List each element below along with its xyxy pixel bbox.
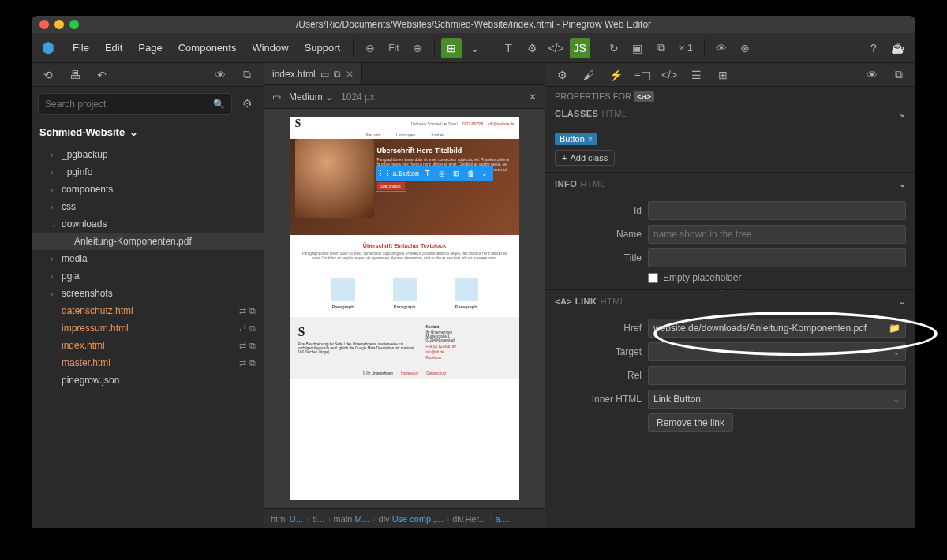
bc-a[interactable]: a.... [495,514,509,524]
bc-main[interactable]: main M... [334,514,369,524]
chevron-icon[interactable]: › [51,272,58,281]
tab-close-icon[interactable]: ✕ [346,69,354,80]
zoom-in-icon[interactable]: ⊕ [407,38,428,58]
clone-icon[interactable]: ⧉ [249,358,256,368]
drag-handle-icon[interactable]: ⋯⋯⋯ [719,287,743,294]
menu-window[interactable]: Window [245,39,294,57]
clone-icon[interactable]: ⧉ [889,65,909,85]
help-icon[interactable]: ? [863,38,884,58]
viewport-size-select[interactable]: Medium ⌄ [289,91,333,103]
viewport-close-icon[interactable]: ✕ [529,91,537,103]
tree-item[interactable]: ›css [32,198,264,215]
chevron-down-icon[interactable]: ⌄ [893,394,900,405]
bc-div1[interactable]: div Use comp.,... [379,514,444,524]
text-tool-icon[interactable]: T̲ [499,38,519,58]
tree-item[interactable]: ⌄downloads [32,215,264,233]
empty-placeholder-check[interactable]: Empty placeholder [648,272,906,283]
target-icon[interactable]: ◎ [436,168,447,179]
zoom-level[interactable]: × 1 [675,43,698,54]
action-icon[interactable]: ⇄ [239,306,246,316]
visibility-icon[interactable]: 👁 [711,38,732,58]
info-header[interactable]: INFO HTML ⌄ [545,173,915,195]
tree-item[interactable]: ›pgia [32,267,264,285]
layout-icon[interactable]: ≡◫ [632,65,653,85]
clone-icon[interactable]: ⧉ [249,306,256,316]
search-input[interactable] [45,99,213,110]
bc-html[interactable]: html U... [271,514,303,524]
menu-support[interactable]: Support [298,39,347,57]
page-preview[interactable]: S Der beste Schmied der Stadt! 0123 4567… [264,109,545,508]
remove-link-button[interactable]: Remove the link [648,413,733,432]
chevron-icon[interactable]: › [51,168,58,177]
drag-handle-icon[interactable]: ⋮⋮ [379,168,390,179]
id-input[interactable] [653,205,900,216]
eye-icon[interactable]: 👁 [862,65,882,85]
more-icon[interactable]: ⌄ [479,168,490,179]
print-icon[interactable]: 🖶 [65,65,85,85]
filter-icon[interactable]: ⚙ [237,93,257,114]
action-icon[interactable]: ⇄ [239,341,246,351]
class-tag-button[interactable]: Button × [555,133,597,145]
tree-item[interactable]: Anleitung-Komponenten.pdf [32,233,264,250]
tree-item[interactable]: master.html⇄⧉ [32,354,264,371]
project-name[interactable]: Schmied-Website ⌄ [32,121,264,143]
title-input[interactable] [653,252,900,263]
tree-item[interactable]: ›screenshots [32,285,264,302]
selected-element[interactable]: ⋮⋮ a.Button T̲ ◎ ⊞ 🗑 ⌄ Link Button [377,182,405,190]
folder-icon[interactable]: 📁 [889,323,900,334]
eye-icon[interactable]: 👁 [210,65,230,85]
empty-placeholder-checkbox[interactable] [648,273,658,283]
chevron-icon[interactable]: › [51,203,58,211]
add-class-button[interactable]: + Add class [555,150,615,166]
component-icon[interactable]: ⊞ [713,65,733,85]
style-icon[interactable]: ⚡ [605,65,626,85]
fit-label[interactable]: Fit [384,43,403,54]
coffee-icon[interactable]: ☕ [887,38,908,58]
link-tool-icon[interactable]: ⚙ [522,38,543,58]
chevron-icon[interactable]: › [51,185,58,194]
tree-item[interactable]: impressum.html⇄⧉ [32,319,264,337]
brush-icon[interactable]: 🖌 [578,65,599,85]
preview-icon[interactable]: ▣ [627,38,648,58]
code-icon[interactable]: </> [659,65,679,85]
inner-html-input[interactable] [653,394,889,405]
chevron-icon[interactable]: › [51,289,58,298]
device-icon[interactable]: ▭ [272,91,281,103]
name-input[interactable] [653,229,900,240]
sliders-icon[interactable]: ⚙ [552,65,572,85]
js-tool-icon[interactable]: JS [570,38,590,58]
clone-icon[interactable]: ⧉ [249,323,256,334]
collapse-icon[interactable]: ⟲ [38,65,58,85]
rel-input[interactable] [653,370,900,381]
action-icon[interactable]: ⇄ [239,323,246,334]
tree-item[interactable]: datenschutz.html⇄⧉ [32,302,264,319]
chevron-down-icon[interactable]: ⌄ [465,38,485,58]
grid-tool-icon[interactable]: ⊞ [441,38,462,58]
tree-item[interactable]: ›components [32,181,264,198]
classes-header[interactable]: CLASSES HTML ⌄ [545,103,915,125]
chevron-down-icon[interactable]: ⌄ [893,346,900,357]
tab-clone-icon[interactable]: ⧉ [334,69,341,80]
chevron-icon[interactable]: › [51,255,58,263]
clone-icon[interactable]: ⧉ [249,341,256,351]
target-input[interactable] [653,346,889,357]
action-icon[interactable]: ⇄ [239,358,246,368]
edit-text-icon[interactable]: T̲ [422,168,433,179]
chevron-icon[interactable]: ⌄ [51,220,58,229]
grid-icon[interactable]: ⊞ [451,168,462,179]
menu-components[interactable]: Components [172,39,243,57]
tree-item[interactable]: ›_pginfo [32,163,264,181]
tab-device-icon[interactable]: ▭ [320,69,329,80]
tree-item[interactable]: ›_pgbackup [32,146,264,163]
refresh-icon[interactable]: ↻ [604,38,624,58]
bc-body[interactable]: b... [313,514,324,524]
code-tool-icon[interactable]: </> [546,38,567,58]
undo-icon[interactable]: ↶ [92,65,112,85]
globe-icon[interactable]: ⊛ [735,38,755,58]
delete-icon[interactable]: 🗑 [465,168,476,179]
menu-edit[interactable]: Edit [99,39,129,57]
zoom-out-icon[interactable]: ⊖ [360,38,380,58]
browser-icon[interactable]: ⧉ [651,38,672,58]
tree-item[interactable]: ›media [32,250,264,267]
menu-page[interactable]: Page [132,39,168,57]
